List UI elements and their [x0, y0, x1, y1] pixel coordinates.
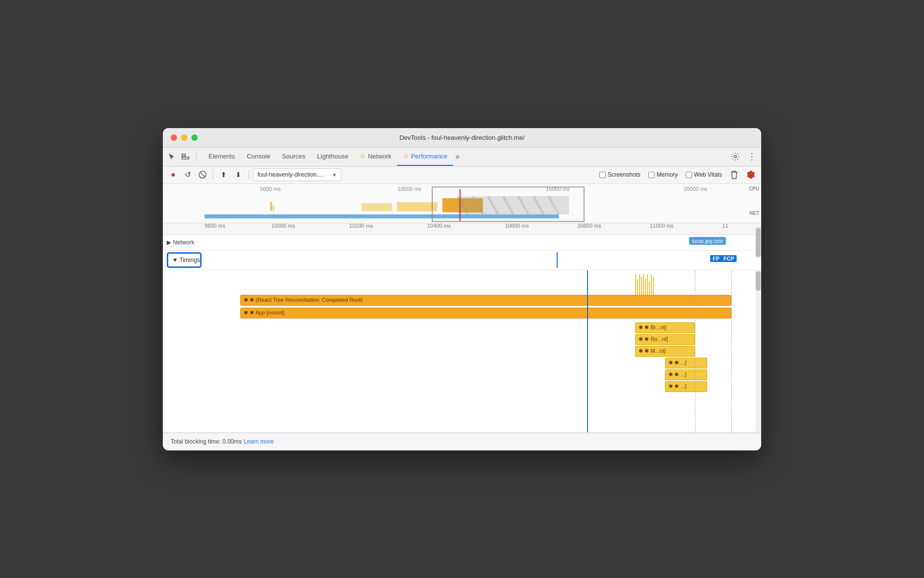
reload-button[interactable]: ↺ [181, 168, 194, 181]
separator-2 [249, 170, 249, 180]
traffic-lights [171, 134, 198, 141]
svg-rect-0 [182, 154, 185, 156]
detail-tick-9800: 9800 ms [205, 223, 225, 229]
detail-tick-11000: 11000 ms [650, 223, 673, 229]
detail-ruler: 9800 ms 10000 ms 10200 ms 10400 ms 10600… [163, 223, 761, 235]
fp-dashed-line [695, 270, 695, 432]
profile-dropdown[interactable]: foul-heavenly-direction.... ▼ [253, 168, 341, 181]
screenshots-checkbox[interactable]: Screenshots [599, 171, 641, 178]
vertical-marker [557, 252, 558, 268]
tab-sources[interactable]: Sources [276, 147, 311, 166]
fp-badge: FP [710, 255, 722, 262]
flame-bar-react-root[interactable]: ✱ ✱ (React Tree Reconciliation: Complete… [240, 295, 731, 306]
performance-settings-button[interactable] [744, 168, 757, 181]
cursor-icon[interactable] [167, 152, 177, 161]
upload-button[interactable]: ⬆ [217, 168, 230, 181]
network-track-label[interactable]: ▶ Network [163, 239, 205, 246]
timings-header-track: FP FCP [204, 252, 755, 268]
svg-rect-1 [182, 157, 189, 159]
settings-icon[interactable] [730, 151, 741, 162]
detail-tick-10000: 10000 ms [271, 223, 295, 229]
tab-elements[interactable]: Elements [203, 147, 241, 166]
svg-rect-7 [361, 203, 392, 211]
timings-vertical-marker [587, 270, 588, 432]
detail-tick-10800: 10800 ms [577, 223, 601, 229]
svg-point-2 [734, 156, 737, 158]
tab-performance[interactable]: ⚠ Performance [397, 147, 453, 166]
fcp-dashed-line [731, 270, 732, 432]
dropdown-arrow-icon: ▼ [332, 172, 337, 178]
cpu-label: CPU [749, 186, 759, 191]
flame-bar-dots-3[interactable]: ✱ ✱ ...] [665, 381, 707, 392]
network-warning-icon: ⚠ [360, 153, 365, 159]
download-button[interactable]: ⬇ [232, 168, 245, 181]
maximize-button[interactable] [191, 134, 198, 141]
more-options-icon[interactable]: ⋮ [746, 151, 757, 162]
flame-bar-m[interactable]: ✱ ✱ M...nt] [635, 346, 695, 357]
status-bar: Total blocking time: 0.00ms Learn more [163, 433, 761, 450]
detail-tick-10600: 10600 ms [505, 223, 529, 229]
flame-bar-app-mount[interactable]: ✱ ✱ App [mount] [240, 308, 731, 318]
overview-chart [205, 184, 761, 223]
tab-console[interactable]: Console [241, 147, 276, 166]
network-track-content: soop.jpg (sto [205, 235, 755, 250]
tab-right-icons: ⋮ [730, 151, 757, 162]
clear-recording-button[interactable] [728, 168, 741, 181]
inspector-icon[interactable] [180, 152, 190, 161]
devtools-window: DevTools - foul-heavenly-direction.glitc… [163, 128, 761, 450]
svg-rect-6 [273, 205, 274, 211]
tab-overflow-button[interactable]: » [455, 152, 460, 161]
separator-1 [213, 170, 213, 180]
performance-warning-icon: ⚠ [403, 153, 409, 159]
timings-body: ✱ ✱ (React Tree Reconciliation: Complete… [163, 270, 761, 432]
network-resource-bar: soop.jpg (sto [689, 237, 726, 245]
timings-toggle[interactable]: ▼ Timings [167, 252, 202, 268]
tab-icon-group [167, 152, 197, 161]
tab-network[interactable]: ⚠ Network [354, 147, 397, 166]
flame-bar-ro[interactable]: ✱ ✱ Ro...nt] [635, 334, 695, 345]
flame-bar-dots-1[interactable]: ✱ ✱ ...] [665, 358, 707, 368]
svg-rect-8 [397, 202, 437, 211]
timings-header-row: ▼ Timings FP FCP [163, 251, 761, 270]
ruler-ticks: 9800 ms 10000 ms 10200 ms 10400 ms 10600… [205, 223, 761, 235]
detail-tick-11plus: 11 [722, 223, 728, 229]
svg-rect-5 [270, 202, 272, 211]
svg-line-4 [201, 173, 205, 177]
overview-timeline[interactable]: 5000 ms 10000 ms 15000 ms 20000 ms [163, 184, 761, 223]
svg-rect-18 [205, 214, 559, 218]
window-title: DevTools - foul-heavenly-direction.glitc… [399, 134, 524, 141]
flame-bar-dots-2[interactable]: ✱ ✱ ...] [665, 369, 707, 380]
blocking-time-text: Total blocking time: 0.00ms [171, 438, 242, 445]
tab-lighthouse[interactable]: Lighthouse [311, 147, 355, 166]
record-button[interactable]: ● [167, 168, 180, 181]
title-bar: DevTools - foul-heavenly-direction.glitc… [163, 128, 761, 148]
devtools-tabs: Elements Console Sources Lighthouse ⚠ Ne… [163, 148, 761, 166]
detail-tick-10400: 10400 ms [427, 223, 451, 229]
net-label: NET [749, 210, 759, 216]
close-button[interactable] [171, 134, 177, 141]
timings-scrollbar-thumb[interactable] [756, 271, 761, 291]
minimize-button[interactable] [181, 134, 187, 141]
clear-button[interactable] [196, 168, 209, 181]
detail-tick-10200: 10200 ms [349, 223, 373, 229]
detail-timeline: 9800 ms 10000 ms 10200 ms 10400 ms 10600… [163, 223, 761, 433]
memory-checkbox[interactable]: Memory [648, 171, 678, 178]
timings-scrollbar[interactable] [755, 270, 761, 432]
timings-section: ▼ Timings FP FCP [163, 251, 761, 433]
learn-more-link[interactable]: Learn more [244, 438, 274, 445]
toolbar: ● ↺ ⬆ ⬇ foul-heavenly-direction.... ▼ Sc… [163, 166, 761, 184]
web-vitals-checkbox[interactable]: Web Vitals [686, 171, 722, 178]
network-track-row: ▶ Network soop.jpg (sto [163, 235, 761, 251]
fcp-badge: FCP [721, 255, 737, 262]
flame-bar-br[interactable]: ✱ ✱ Br...nt] [635, 322, 695, 333]
